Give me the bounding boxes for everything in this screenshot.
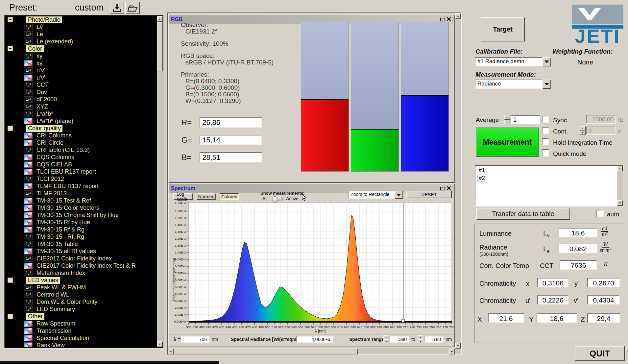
tree-item[interactable]: 1₂³L*a*b* xyxy=(5,110,157,117)
range-from-field[interactable]: 380 xyxy=(390,336,409,343)
tree-item[interactable]: ∿L*a*b* (plane) xyxy=(5,117,157,125)
dropdown-button[interactable] xyxy=(543,80,551,89)
tree-item[interactable]: ∿CRI Columns xyxy=(5,132,157,139)
tree-item[interactable]: 1₂³Duv xyxy=(5,88,157,96)
dropdown-button[interactable] xyxy=(543,57,551,66)
scroll-up-icon[interactable]: ▲ xyxy=(617,166,623,171)
range-to-field[interactable]: 780 xyxy=(424,336,444,343)
tree-item[interactable]: 1₂³Centroid WL xyxy=(5,291,157,298)
save-preset-button[interactable] xyxy=(110,2,124,14)
tree-item[interactable]: 1₂³u'v' xyxy=(5,67,157,74)
scroll-up-icon[interactable]: ▲ xyxy=(157,16,163,22)
transfer-data-button[interactable]: Transfer data to table xyxy=(476,208,570,220)
tree-scrollbar[interactable]: ▲ ▼ xyxy=(157,16,163,347)
lambda-cursor-field[interactable]: 706 xyxy=(180,336,209,343)
tree-item[interactable]: ∿Rank View xyxy=(5,342,157,347)
tree-item[interactable]: 1₂³TLMF 2013 xyxy=(5,190,157,197)
tree-category[interactable]: −Photo/Radio xyxy=(5,16,157,23)
hold-integration-checkbox[interactable] xyxy=(542,138,549,145)
tree-item[interactable]: 1₂³TLCI 2012 xyxy=(5,175,157,182)
tree-item[interactable]: 1₂³Lv xyxy=(5,23,157,31)
tree-item[interactable]: ∿TM-30-15 Chroma Shift by Hue xyxy=(5,211,157,219)
sync-checkbox[interactable] xyxy=(542,116,549,123)
spectrum-plot[interactable]: 3803904004104204304404504604704804905005… xyxy=(171,201,454,334)
range-from-stepper[interactable]: ▲▼ xyxy=(383,335,389,343)
tree-category[interactable]: −Color quality xyxy=(5,125,157,132)
list-item[interactable]: #2 xyxy=(476,174,616,182)
tree-category[interactable]: −Color xyxy=(5,45,157,52)
tree-item[interactable]: ∿TLCI EBU R137 report xyxy=(5,168,157,175)
tree-item[interactable]: 1₂³xy xyxy=(5,52,157,60)
calibration-file-dropdown[interactable]: #1 Radiance demo xyxy=(475,57,551,66)
tree-scrollbar-thumb[interactable] xyxy=(157,22,163,71)
zoom-mode-dropdown[interactable]: Zoom to Rectangle xyxy=(348,191,403,199)
tree-item[interactable]: 1₂³CCT xyxy=(5,81,157,88)
range-to-stepper[interactable]: ▲▼ xyxy=(418,335,423,343)
measurement-mode-dropdown[interactable]: Radiance xyxy=(475,80,551,89)
scroll-right-icon[interactable]: ► xyxy=(449,349,455,354)
scroll-down-icon[interactable]: ▼ xyxy=(157,341,163,347)
collapse-icon[interactable]: − xyxy=(8,126,13,131)
tree-item[interactable]: 1₂³Le (extended) xyxy=(5,38,157,45)
tree-item[interactable]: ∿TM-30-15 Color Vectors xyxy=(5,204,157,211)
load-preset-button[interactable] xyxy=(125,2,140,14)
dropdown-button[interactable] xyxy=(395,191,403,199)
tree-item[interactable]: ∿CRI Circle xyxy=(5,139,157,146)
tree-item[interactable]: ∿xy xyxy=(5,60,157,67)
tree-item[interactable]: ∿CQS CIELAB xyxy=(5,161,157,168)
maximize-icon[interactable] xyxy=(440,18,445,21)
tree-item[interactable]: ∿CQS Columns xyxy=(5,154,157,161)
scrollbar-thumb[interactable] xyxy=(174,349,358,354)
collapse-icon[interactable]: − xyxy=(8,278,13,283)
maximize-icon[interactable] xyxy=(440,187,445,190)
collapse-icon[interactable]: − xyxy=(8,46,13,51)
scroll-down-icon[interactable]: ▼ xyxy=(455,343,461,349)
measurement-list[interactable]: #1#2 ▲ ▼ xyxy=(475,165,623,206)
tree-item[interactable]: 1₂³TM-30-15 - Rf, Rg xyxy=(5,233,157,240)
scroll-down-icon[interactable]: ▼ xyxy=(617,200,623,206)
quick-mode-checkbox[interactable] xyxy=(542,149,549,157)
auto-checkbox[interactable] xyxy=(596,210,604,217)
target-button[interactable]: Target xyxy=(481,17,525,41)
tree-item[interactable]: ∿TM-30-15 Test & Ref xyxy=(5,197,157,204)
tree-item[interactable]: 1₂³CIE2017 Color Fidelity Index xyxy=(5,255,157,262)
quit-button[interactable]: QUIT xyxy=(575,346,625,361)
tree-item[interactable]: 1₂³LED Summary xyxy=(5,305,157,313)
collapse-icon[interactable]: − xyxy=(8,314,13,319)
tree-item[interactable]: ∿TM-30-15 Rf & Rg xyxy=(5,226,157,233)
tree-item[interactable]: 1₂³CRI table (CIE 13.3) xyxy=(5,146,157,154)
colored-button[interactable]: Colored xyxy=(220,193,239,200)
tree-item[interactable]: ∿Spectral Calculation xyxy=(5,334,157,342)
tree-item[interactable]: ∿TLMF EBU R137 report xyxy=(5,182,157,190)
cont-interval-stepper[interactable]: ▲▼ xyxy=(580,126,586,135)
list-item[interactable]: #1 xyxy=(476,166,616,174)
cont-checkbox[interactable] xyxy=(542,127,549,134)
tree-category[interactable]: −Other xyxy=(5,313,157,320)
tree-item[interactable]: ∿CIE2017 Color Fidelity Index Test & R xyxy=(5,262,157,269)
tree-item[interactable]: ∿Transmission xyxy=(5,327,157,334)
collapse-icon[interactable]: − xyxy=(8,17,13,22)
log-scale-button[interactable]: Log scale xyxy=(173,193,193,200)
tree-item[interactable]: 1₂³Le xyxy=(5,31,157,38)
mdi-horizontal-scrollbar[interactable]: ◄ ► xyxy=(168,349,455,354)
tree-item[interactable]: 1₂³dE2000 xyxy=(5,96,157,103)
tree-item[interactable]: 1₂³TM-30-15 Table xyxy=(5,240,157,248)
mdi-vertical-scrollbar[interactable]: ▲ ▼ xyxy=(455,13,461,349)
tree-item[interactable]: 1₂³Peak WL & FWHM xyxy=(5,284,157,291)
measurement-button[interactable]: Measurement xyxy=(476,128,539,157)
tree-item[interactable]: 1₂³XYZ xyxy=(5,103,157,110)
tree-item[interactable]: 1₂³Metamerism Index xyxy=(5,269,157,277)
average-stepper[interactable]: ▲▼ xyxy=(504,115,510,124)
list-scrollbar[interactable]: ▲ ▼ xyxy=(617,166,623,206)
tree-item[interactable]: ∿u'v' xyxy=(5,74,157,81)
average-field[interactable]: 1 xyxy=(511,115,540,124)
tree-item[interactable]: ∿TM-30-15 all Rf values xyxy=(5,248,157,255)
tree-item[interactable]: ∿Raw Spectrum xyxy=(5,320,157,327)
tree-category[interactable]: −LED values xyxy=(5,277,157,284)
tree-item[interactable]: 1₂³Dom.WL & Color Purity xyxy=(5,298,157,305)
normed-button[interactable]: Normed xyxy=(197,193,216,200)
reset-button[interactable]: RESET xyxy=(406,191,452,198)
tree-item[interactable]: ∿TM-30-15 Rf by Hue xyxy=(5,219,157,226)
scroll-left-icon[interactable]: ◄ xyxy=(168,349,174,354)
scroll-up-icon[interactable]: ▲ xyxy=(455,13,461,19)
